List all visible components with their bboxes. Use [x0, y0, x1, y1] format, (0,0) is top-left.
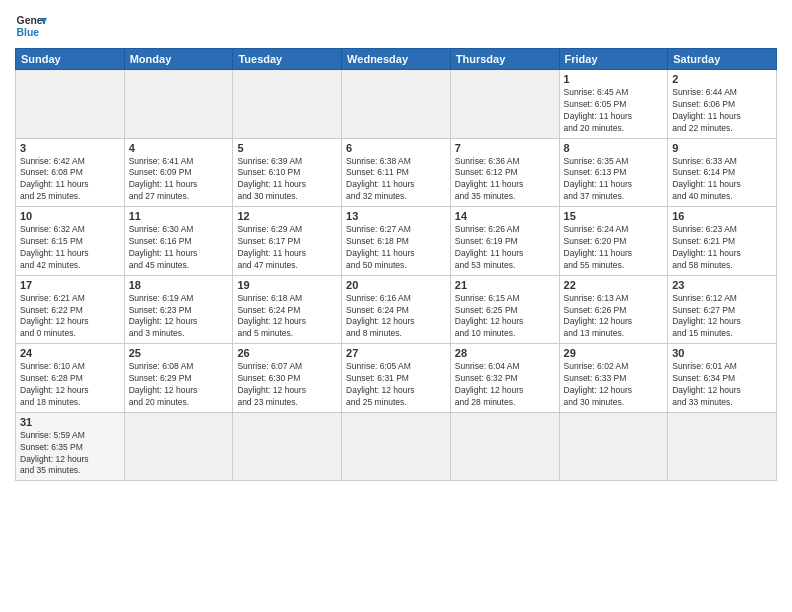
day-number: 9 [672, 142, 772, 154]
calendar-cell: 14Sunrise: 6:26 AMSunset: 6:19 PMDayligh… [450, 207, 559, 276]
day-info: Sunrise: 6:04 AMSunset: 6:32 PMDaylight:… [455, 361, 555, 409]
calendar-cell: 16Sunrise: 6:23 AMSunset: 6:21 PMDayligh… [668, 207, 777, 276]
day-info: Sunrise: 5:59 AMSunset: 6:35 PMDaylight:… [20, 430, 120, 478]
calendar-cell [450, 412, 559, 481]
day-info: Sunrise: 6:16 AMSunset: 6:24 PMDaylight:… [346, 293, 446, 341]
day-info: Sunrise: 6:26 AMSunset: 6:19 PMDaylight:… [455, 224, 555, 272]
calendar-week-6: 31Sunrise: 5:59 AMSunset: 6:35 PMDayligh… [16, 412, 777, 481]
calendar-cell: 22Sunrise: 6:13 AMSunset: 6:26 PMDayligh… [559, 275, 668, 344]
day-info: Sunrise: 6:35 AMSunset: 6:13 PMDaylight:… [564, 156, 664, 204]
calendar-week-1: 1Sunrise: 6:45 AMSunset: 6:05 PMDaylight… [16, 70, 777, 139]
day-number: 11 [129, 210, 229, 222]
calendar-cell: 26Sunrise: 6:07 AMSunset: 6:30 PMDayligh… [233, 344, 342, 413]
weekday-header-saturday: Saturday [668, 49, 777, 70]
day-number: 18 [129, 279, 229, 291]
day-number: 1 [564, 73, 664, 85]
calendar-cell: 30Sunrise: 6:01 AMSunset: 6:34 PMDayligh… [668, 344, 777, 413]
calendar-cell: 12Sunrise: 6:29 AMSunset: 6:17 PMDayligh… [233, 207, 342, 276]
day-number: 10 [20, 210, 120, 222]
day-info: Sunrise: 6:13 AMSunset: 6:26 PMDaylight:… [564, 293, 664, 341]
day-info: Sunrise: 6:08 AMSunset: 6:29 PMDaylight:… [129, 361, 229, 409]
calendar-cell: 5Sunrise: 6:39 AMSunset: 6:10 PMDaylight… [233, 138, 342, 207]
calendar-cell: 1Sunrise: 6:45 AMSunset: 6:05 PMDaylight… [559, 70, 668, 139]
calendar-table: SundayMondayTuesdayWednesdayThursdayFrid… [15, 48, 777, 481]
day-number: 14 [455, 210, 555, 222]
calendar-cell [16, 70, 125, 139]
day-info: Sunrise: 6:29 AMSunset: 6:17 PMDaylight:… [237, 224, 337, 272]
day-info: Sunrise: 6:02 AMSunset: 6:33 PMDaylight:… [564, 361, 664, 409]
calendar-week-4: 17Sunrise: 6:21 AMSunset: 6:22 PMDayligh… [16, 275, 777, 344]
weekday-header-friday: Friday [559, 49, 668, 70]
calendar-cell [233, 70, 342, 139]
weekday-header-tuesday: Tuesday [233, 49, 342, 70]
day-info: Sunrise: 6:39 AMSunset: 6:10 PMDaylight:… [237, 156, 337, 204]
calendar-cell: 28Sunrise: 6:04 AMSunset: 6:32 PMDayligh… [450, 344, 559, 413]
calendar-cell: 19Sunrise: 6:18 AMSunset: 6:24 PMDayligh… [233, 275, 342, 344]
generalblue-logo-icon: General Blue [15, 10, 47, 42]
day-number: 19 [237, 279, 337, 291]
calendar-cell [450, 70, 559, 139]
day-number: 24 [20, 347, 120, 359]
day-info: Sunrise: 6:38 AMSunset: 6:11 PMDaylight:… [346, 156, 446, 204]
day-info: Sunrise: 6:05 AMSunset: 6:31 PMDaylight:… [346, 361, 446, 409]
day-info: Sunrise: 6:15 AMSunset: 6:25 PMDaylight:… [455, 293, 555, 341]
calendar-cell: 21Sunrise: 6:15 AMSunset: 6:25 PMDayligh… [450, 275, 559, 344]
day-info: Sunrise: 6:23 AMSunset: 6:21 PMDaylight:… [672, 224, 772, 272]
day-number: 27 [346, 347, 446, 359]
day-number: 3 [20, 142, 120, 154]
day-info: Sunrise: 6:24 AMSunset: 6:20 PMDaylight:… [564, 224, 664, 272]
day-number: 17 [20, 279, 120, 291]
day-number: 13 [346, 210, 446, 222]
day-number: 4 [129, 142, 229, 154]
calendar-cell: 15Sunrise: 6:24 AMSunset: 6:20 PMDayligh… [559, 207, 668, 276]
calendar-cell [124, 70, 233, 139]
calendar-cell: 27Sunrise: 6:05 AMSunset: 6:31 PMDayligh… [342, 344, 451, 413]
day-number: 6 [346, 142, 446, 154]
day-number: 12 [237, 210, 337, 222]
calendar-cell: 23Sunrise: 6:12 AMSunset: 6:27 PMDayligh… [668, 275, 777, 344]
day-number: 2 [672, 73, 772, 85]
calendar-cell: 10Sunrise: 6:32 AMSunset: 6:15 PMDayligh… [16, 207, 125, 276]
calendar-week-3: 10Sunrise: 6:32 AMSunset: 6:15 PMDayligh… [16, 207, 777, 276]
calendar-cell [342, 412, 451, 481]
header: General Blue [15, 10, 777, 42]
day-number: 20 [346, 279, 446, 291]
weekday-header-thursday: Thursday [450, 49, 559, 70]
calendar-cell: 8Sunrise: 6:35 AMSunset: 6:13 PMDaylight… [559, 138, 668, 207]
calendar-cell: 3Sunrise: 6:42 AMSunset: 6:08 PMDaylight… [16, 138, 125, 207]
day-number: 25 [129, 347, 229, 359]
calendar-cell: 2Sunrise: 6:44 AMSunset: 6:06 PMDaylight… [668, 70, 777, 139]
weekday-header-wednesday: Wednesday [342, 49, 451, 70]
day-info: Sunrise: 6:41 AMSunset: 6:09 PMDaylight:… [129, 156, 229, 204]
calendar-cell: 29Sunrise: 6:02 AMSunset: 6:33 PMDayligh… [559, 344, 668, 413]
day-number: 30 [672, 347, 772, 359]
calendar-week-5: 24Sunrise: 6:10 AMSunset: 6:28 PMDayligh… [16, 344, 777, 413]
calendar-cell [342, 70, 451, 139]
weekday-header-row: SundayMondayTuesdayWednesdayThursdayFrid… [16, 49, 777, 70]
calendar-cell: 31Sunrise: 5:59 AMSunset: 6:35 PMDayligh… [16, 412, 125, 481]
day-number: 31 [20, 416, 120, 428]
day-info: Sunrise: 6:42 AMSunset: 6:08 PMDaylight:… [20, 156, 120, 204]
day-number: 15 [564, 210, 664, 222]
calendar-cell: 25Sunrise: 6:08 AMSunset: 6:29 PMDayligh… [124, 344, 233, 413]
day-info: Sunrise: 6:36 AMSunset: 6:12 PMDaylight:… [455, 156, 555, 204]
calendar-week-2: 3Sunrise: 6:42 AMSunset: 6:08 PMDaylight… [16, 138, 777, 207]
calendar-cell [559, 412, 668, 481]
weekday-header-sunday: Sunday [16, 49, 125, 70]
calendar-cell [124, 412, 233, 481]
day-number: 23 [672, 279, 772, 291]
calendar-cell: 7Sunrise: 6:36 AMSunset: 6:12 PMDaylight… [450, 138, 559, 207]
calendar-cell: 6Sunrise: 6:38 AMSunset: 6:11 PMDaylight… [342, 138, 451, 207]
day-number: 5 [237, 142, 337, 154]
weekday-header-monday: Monday [124, 49, 233, 70]
calendar-cell [233, 412, 342, 481]
day-number: 8 [564, 142, 664, 154]
calendar-cell: 20Sunrise: 6:16 AMSunset: 6:24 PMDayligh… [342, 275, 451, 344]
day-number: 26 [237, 347, 337, 359]
day-info: Sunrise: 6:27 AMSunset: 6:18 PMDaylight:… [346, 224, 446, 272]
day-info: Sunrise: 6:32 AMSunset: 6:15 PMDaylight:… [20, 224, 120, 272]
day-info: Sunrise: 6:30 AMSunset: 6:16 PMDaylight:… [129, 224, 229, 272]
calendar-cell: 13Sunrise: 6:27 AMSunset: 6:18 PMDayligh… [342, 207, 451, 276]
day-number: 22 [564, 279, 664, 291]
day-number: 21 [455, 279, 555, 291]
